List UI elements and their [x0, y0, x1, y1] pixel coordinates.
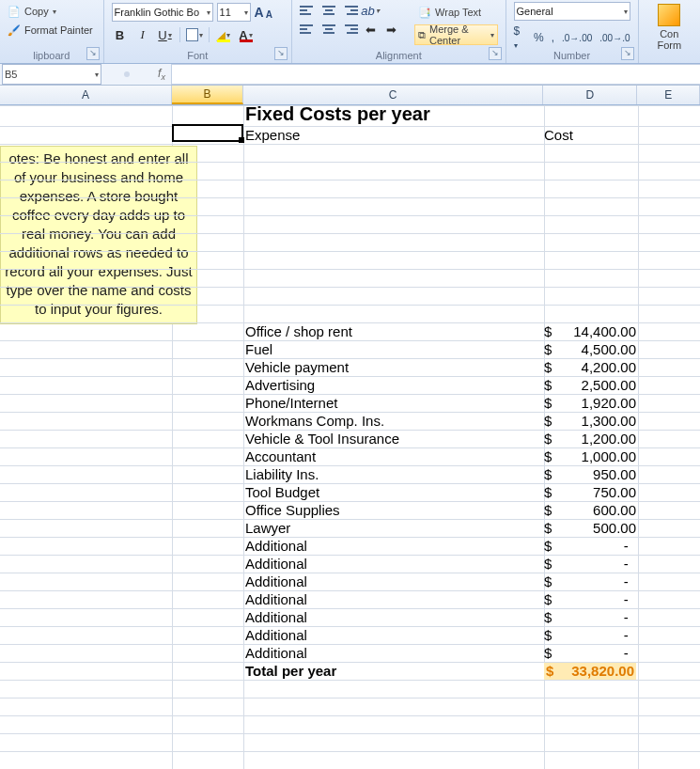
borders-icon	[186, 28, 198, 41]
font-dialog-launcher[interactable]: ↘	[274, 47, 288, 60]
align-left-button[interactable]	[300, 21, 317, 38]
expense-cost[interactable]: $4,200.00	[544, 358, 636, 376]
expense-cost[interactable]: $2,500.00	[544, 376, 636, 394]
expense-name[interactable]: Phone/Internet	[245, 394, 544, 412]
name-box[interactable]: B5 ▾	[2, 64, 101, 85]
shrink-font-icon[interactable]: A	[266, 9, 272, 20]
align-bottom-button[interactable]	[341, 2, 358, 19]
grow-shrink-font[interactable]: A A	[255, 5, 272, 20]
expense-name[interactable]: Additional	[245, 608, 544, 626]
accounting-format-button[interactable]: $ ▾	[514, 24, 526, 51]
wrap-text-button[interactable]: 📑 Wrap Text	[414, 2, 497, 23]
expense-name[interactable]: Workmans Comp. Ins.	[245, 412, 544, 430]
expense-cost[interactable]: $ -	[544, 644, 636, 662]
fx-icon[interactable]: fx	[152, 67, 171, 82]
expense-cost[interactable]: $950.00	[544, 465, 636, 483]
font-name-combo[interactable]: Franklin Gothic Bo ▾	[112, 3, 213, 22]
grid[interactable]: A B C D E Fixed Costs per year Expense C…	[0, 86, 700, 769]
group-label-alignment: Alignment	[292, 50, 505, 61]
cells-area[interactable]: Fixed Costs per year Expense Cost otes: …	[0, 105, 700, 769]
expense-name[interactable]: Vehicle payment	[245, 358, 544, 376]
copy-button[interactable]: 📄 Copy ▾	[8, 2, 96, 21]
col-header-D[interactable]: D	[543, 86, 637, 104]
col-header-C[interactable]: C	[243, 86, 543, 104]
name-box-resizer[interactable]	[101, 71, 152, 77]
header-expense[interactable]: Expense	[245, 126, 544, 144]
decrease-indent-button[interactable]: ⬅	[362, 21, 379, 38]
column-header-row: A B C D E	[0, 86, 700, 105]
expense-name[interactable]: Accountant	[245, 447, 544, 465]
notes-cell[interactable]: otes: Be honest and enter all of your bu…	[0, 146, 197, 324]
expense-name[interactable]: Lawyer	[245, 519, 544, 537]
expense-name[interactable]: Fuel	[245, 340, 544, 358]
increase-indent-button[interactable]: ➡	[382, 21, 399, 38]
col-header-A[interactable]: A	[0, 86, 172, 104]
conditional-formatting-button[interactable]: Con Form	[646, 2, 692, 51]
alignment-dialog-launcher[interactable]: ↘	[489, 47, 502, 60]
expense-cost[interactable]: $600.00	[544, 501, 636, 519]
currency-icon: $	[514, 24, 521, 38]
align-top-button[interactable]	[300, 2, 317, 19]
expense-cost[interactable]: $4,500.00	[544, 340, 636, 358]
italic-button[interactable]: I	[134, 26, 151, 43]
chevron-down-icon: ▾	[244, 8, 248, 17]
expense-cost[interactable]: $750.00	[544, 483, 636, 501]
ribbon-group-clipboard: 📄 Copy ▾ 🖌️ Format Painter lipboard ↘	[0, 0, 104, 63]
increase-decimal-button[interactable]: .0→.00	[562, 33, 592, 43]
ribbon-group-number: General ▾ $ ▾ % , .0→.00 .00→.0 Number ↘	[506, 0, 639, 63]
expense-cost[interactable]: $14,400.00	[544, 322, 636, 340]
decrease-decimal-button[interactable]: .00→.0	[599, 33, 630, 43]
number-dialog-launcher[interactable]: ↘	[621, 47, 634, 60]
expense-cost[interactable]: $ -	[544, 555, 636, 573]
expense-name[interactable]: Additional	[245, 590, 544, 608]
format-painter-button[interactable]: 🖌️ Format Painter	[8, 21, 96, 39]
expense-name[interactable]: Additional	[245, 573, 544, 590]
align-right-button[interactable]	[341, 21, 358, 38]
orientation-button[interactable]: ab	[362, 2, 379, 19]
active-cell[interactable]	[172, 124, 243, 142]
percent-format-button[interactable]: %	[534, 31, 544, 44]
expense-cost[interactable]: $ -	[544, 590, 636, 608]
expense-name[interactable]: Vehicle & Tool Insurance	[245, 430, 544, 447]
merge-center-button[interactable]: ⧉ Merge & Center ▾	[414, 24, 497, 45]
clipboard-dialog-launcher[interactable]: ↘	[86, 47, 100, 60]
number-format-combo[interactable]: General ▾	[514, 2, 630, 21]
expense-cost[interactable]: $ -	[544, 537, 636, 555]
formula-input[interactable]	[171, 64, 700, 85]
expense-name[interactable]: Liability Ins.	[245, 465, 544, 483]
align-middle-button[interactable]	[320, 2, 337, 19]
total-value[interactable]: $33,820.00	[544, 662, 636, 680]
expense-name[interactable]: Office Supplies	[245, 501, 544, 519]
fill-handle[interactable]	[239, 137, 244, 143]
expense-name[interactable]: Tool Budget	[245, 483, 544, 501]
col-header-B[interactable]: B	[172, 86, 243, 104]
comma-format-button[interactable]: ,	[552, 31, 554, 44]
expense-cost[interactable]: $1,000.00	[544, 447, 636, 465]
expense-name[interactable]: Advertising	[245, 376, 544, 394]
name-box-value: B5	[5, 69, 17, 80]
expense-name[interactable]: Additional	[245, 644, 544, 662]
expense-name[interactable]: Office / shop rent	[245, 322, 544, 340]
expense-name[interactable]: Additional	[245, 537, 544, 555]
font-color-button[interactable]: A	[238, 26, 255, 43]
underline-button[interactable]: U	[157, 26, 174, 43]
expense-cost[interactable]: $500.00	[544, 519, 636, 537]
grow-font-icon[interactable]: A	[255, 5, 264, 20]
expense-cost[interactable]: $ -	[544, 626, 636, 644]
align-center-button[interactable]	[320, 21, 337, 38]
expense-cost[interactable]: $ -	[544, 573, 636, 590]
borders-button[interactable]	[186, 26, 203, 43]
fill-color-button[interactable]: ◢	[215, 26, 232, 43]
col-header-E[interactable]: E	[637, 86, 700, 104]
header-cost[interactable]: Cost	[544, 126, 636, 144]
sheet-title[interactable]: Fixed Costs per year	[245, 105, 544, 123]
bold-button[interactable]: B	[112, 26, 129, 43]
expense-name[interactable]: Additional	[245, 626, 544, 644]
expense-name[interactable]: Additional	[245, 555, 544, 573]
total-label[interactable]: Total per year	[245, 662, 544, 680]
expense-cost[interactable]: $1,300.00	[544, 412, 636, 430]
expense-cost[interactable]: $ -	[544, 608, 636, 626]
font-size-combo[interactable]: 11 ▾	[217, 3, 251, 22]
expense-cost[interactable]: $1,200.00	[544, 430, 636, 447]
expense-cost[interactable]: $1,920.00	[544, 394, 636, 412]
